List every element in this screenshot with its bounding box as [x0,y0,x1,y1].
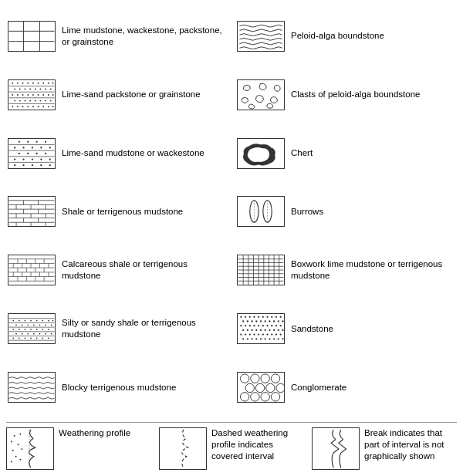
svg-point-60 [14,147,15,148]
weathering-profile-label: Weathering profile [59,427,130,439]
sandstone-icon [237,313,285,344]
legend-item-lime-sand-mudstone: Lime-sand mudstone or wackestone [6,125,228,182]
svg-point-224 [258,325,259,326]
weathering-profile-icon [6,427,54,470]
svg-point-13 [22,83,24,84]
svg-point-242 [249,334,251,336]
svg-point-53 [52,106,54,107]
legend-item-clasts-peloid: Clasts of peloid-alga boundstone [235,66,457,123]
break-indicates-label: Break indicates that part of interval is… [364,427,457,462]
svg-point-47 [22,106,24,107]
svg-point-166 [30,320,32,322]
svg-point-17 [42,83,44,84]
legend-item-shale-terrigenous: Shale or terrigenous mudstone [6,184,228,241]
svg-point-183 [42,329,43,330]
svg-point-213 [255,321,257,322]
svg-rect-106 [238,197,284,226]
svg-point-258 [278,338,279,339]
svg-point-230 [242,329,244,331]
svg-point-215 [265,321,266,322]
blocky-terrigenous-label: Blocky terrigenous mudstone [62,382,176,393]
bottom-item-break-indicates: Break indicates that part of interval is… [312,427,457,470]
svg-point-234 [260,329,262,331]
svg-point-35 [48,94,49,96]
svg-point-15 [32,83,34,84]
svg-point-191 [51,333,52,335]
svg-point-49 [32,106,34,107]
svg-point-189 [39,333,41,335]
svg-point-26 [45,88,46,89]
chert-icon [237,138,285,169]
svg-point-68 [45,152,46,154]
svg-point-75 [27,140,29,142]
svg-point-204 [258,316,259,318]
svg-rect-285 [313,428,359,469]
svg-point-172 [22,325,23,326]
blocky-terrigenous-icon [8,372,56,403]
svg-point-225 [262,325,264,326]
peloid-alga-label: Peloid-alga boundstone [291,30,384,42]
svg-point-276 [19,434,21,435]
svg-point-169 [48,320,49,322]
svg-point-27 [50,88,52,89]
svg-point-171 [15,325,17,326]
svg-point-29 [17,94,19,96]
break-indicates-icon [312,427,360,470]
svg-point-201 [245,316,246,318]
legend-item-blocky-terrigenous: Blocky terrigenous mudstone [6,359,228,416]
legend-item-boxwork-lime: Boxwork lime mudstone or terrigenous mud… [235,241,457,299]
svg-point-196 [36,338,38,339]
svg-point-235 [265,329,266,331]
silty-sandy-shale-icon [8,313,56,344]
svg-point-228 [275,325,277,326]
svg-point-280 [21,448,22,450]
svg-point-33 [38,94,39,96]
svg-point-39 [25,100,26,101]
svg-point-214 [260,321,262,322]
clasts-peloid-label: Clasts of peloid-alga boundstone [291,89,421,100]
svg-point-50 [38,106,39,107]
svg-point-244 [258,334,259,336]
svg-point-192 [12,338,14,339]
svg-point-231 [247,329,248,331]
shale-terrigenous-label: Shale or terrigenous mudstone [62,206,183,218]
svg-point-232 [251,329,252,331]
svg-point-31 [27,94,29,96]
svg-point-195 [30,338,32,339]
sandstone-label: Sandstone [291,323,333,335]
svg-point-67 [36,152,38,154]
svg-point-209 [280,316,282,318]
svg-point-221 [245,325,246,326]
legend-item-conglomerate: Conglomerate [235,359,457,416]
svg-point-16 [38,83,39,84]
svg-point-165 [25,320,26,322]
svg-point-197 [42,338,43,339]
svg-point-241 [245,334,246,336]
svg-point-278 [18,444,19,445]
svg-rect-6 [9,80,55,110]
svg-rect-284 [160,428,206,469]
svg-point-283 [19,459,21,461]
bottom-item-dashed-weathering: Dashed weathering profile indicates cove… [159,427,304,470]
svg-point-218 [278,321,279,322]
svg-point-184 [48,329,49,330]
boxwork-lime-icon [237,255,285,285]
svg-point-34 [42,94,44,96]
svg-point-74 [19,140,20,142]
svg-rect-55 [9,139,55,168]
svg-point-185 [15,333,17,335]
legend-item-lime-mudstone: Lime mudstone, wackestone, packstone, or… [6,8,228,65]
lime-mudstone-label: Lime mudstone, wackestone, packstone, or… [62,25,226,48]
svg-point-23 [29,88,31,89]
svg-point-175 [39,325,41,326]
svg-point-163 [12,320,14,322]
svg-point-63 [40,147,42,148]
svg-point-77 [45,140,46,142]
svg-point-227 [271,325,272,326]
svg-point-259 [282,338,283,339]
svg-point-210 [242,321,244,322]
svg-point-11 [12,83,13,84]
svg-point-212 [251,321,252,322]
svg-point-247 [271,334,272,336]
svg-point-248 [275,334,277,336]
